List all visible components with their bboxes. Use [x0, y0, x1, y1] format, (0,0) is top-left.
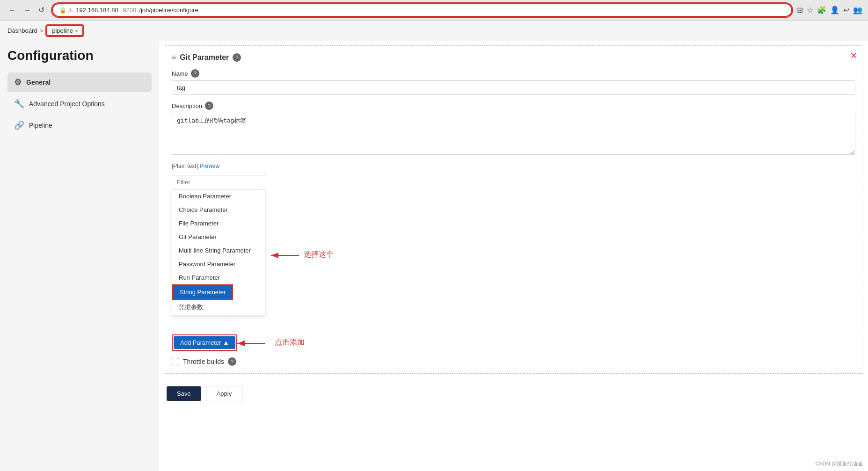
drag-handle-icon[interactable]: ≡	[172, 53, 176, 62]
description-label: Description ?	[172, 101, 855, 110]
breadcrumb: Dashboard > pipeline >	[0, 21, 868, 41]
throttle-builds-checkbox[interactable]	[172, 358, 179, 365]
main-layout: Configuration ⚙ General 🔧 Advanced Proje…	[0, 41, 868, 471]
sidebar-item-general-label: General	[26, 79, 51, 86]
save-button[interactable]: Save	[167, 386, 201, 401]
nav-buttons: ← → ↺	[6, 5, 47, 15]
description-textarea[interactable]: gitlab上的代码tag标签	[172, 113, 855, 155]
preview-bar: [Plain text] Preview	[172, 163, 855, 169]
dropdown-multiline[interactable]: Multi-line String Parameter	[172, 244, 265, 257]
preview-link[interactable]: Preview	[199, 163, 219, 169]
arrow-select-svg	[266, 246, 304, 265]
url-path: /job/pipeline/configure	[139, 7, 198, 14]
dropdown-list: Boolean Parameter Choice Parameter File …	[172, 189, 265, 315]
forward-button[interactable]: →	[21, 5, 34, 15]
description-help-icon[interactable]: ?	[205, 101, 213, 110]
arrow-add-svg	[233, 334, 270, 353]
name-label-text: Name	[172, 70, 188, 77]
throttle-builds-label: Throttle builds	[183, 358, 224, 365]
dropdown-string-wrapper: String Parameter	[172, 284, 233, 300]
wrench-icon: 🔧	[14, 99, 24, 109]
bottom-bar: Save Apply	[159, 378, 868, 409]
breadcrumb-chevron: >	[75, 28, 78, 34]
star-icon[interactable]: ☆	[807, 6, 813, 14]
breadcrumb-dashboard[interactable]: Dashboard	[7, 27, 37, 34]
parameter-type-dropdown: Boolean Parameter Choice Parameter File …	[172, 175, 266, 189]
extensions-icon: ⊞	[797, 6, 803, 14]
close-panel-button[interactable]: ✕	[850, 51, 857, 60]
breadcrumb-pipeline-label: pipeline	[52, 27, 73, 34]
more-icon: 👥	[853, 6, 862, 14]
profile-icon: 👤	[830, 6, 839, 14]
breadcrumb-separator1: >	[40, 27, 44, 34]
browser-chrome: ← → ↺ 🔒 ⚠ 192.168.184.80:9200/job/pipeli…	[0, 0, 868, 21]
dropdown-file[interactable]: File Parameter	[172, 217, 265, 230]
sidebar-item-pipeline[interactable]: 🔗 Pipeline	[7, 116, 152, 135]
panel-title: Git Parameter	[180, 53, 229, 62]
sidebar-item-advanced-label: Advanced Project Options	[29, 100, 105, 108]
annotation-add-text: 点击添加	[275, 338, 305, 348]
dropdown-credentials[interactable]: 凭据参数	[172, 300, 265, 315]
url-host: 192.168.184.80	[76, 7, 118, 14]
dropdown-password[interactable]: Password Parameter	[172, 257, 265, 271]
filter-wrapper	[172, 175, 266, 189]
add-parameter-section: Add Parameter ▲ 点击添加	[172, 334, 855, 351]
url-port: :9200	[121, 7, 137, 14]
dropdown-boolean[interactable]: Boolean Parameter	[172, 189, 265, 203]
add-parameter-button[interactable]: Add Parameter ▲	[174, 336, 235, 349]
name-label: Name ?	[172, 69, 855, 78]
watermark: CSDN @摸鱼打油油	[816, 460, 862, 467]
add-parameter-label: Add Parameter	[180, 339, 221, 346]
filter-input[interactable]	[172, 175, 266, 189]
plain-text-label: [Plain text]	[172, 163, 198, 169]
annotation-select-text: 选择这个	[304, 250, 334, 258]
git-parameter-panel: ≡ Git Parameter ? ✕ Name ? Description ?	[164, 45, 863, 374]
undo-icon: ↩	[843, 6, 849, 14]
extensions2-icon: 🧩	[817, 6, 826, 14]
config-title: Configuration	[7, 48, 152, 63]
add-parameter-icon: ▲	[223, 339, 229, 346]
content-area: ≡ Git Parameter ? ✕ Name ? Description ?	[159, 41, 868, 471]
refresh-button[interactable]: ↺	[36, 5, 47, 15]
name-input[interactable]	[172, 80, 855, 95]
browser-actions: ⊞ ☆ 🧩 👤 ↩ 👥	[797, 6, 862, 14]
throttle-builds-row: Throttle builds ?	[172, 357, 855, 366]
security-icon: 🔒 ⚠	[59, 7, 73, 14]
gear-icon: ⚙	[14, 77, 22, 87]
name-help-icon[interactable]: ?	[191, 69, 199, 78]
throttle-help-icon[interactable]: ?	[228, 357, 236, 366]
sidebar-item-advanced[interactable]: 🔧 Advanced Project Options	[7, 94, 152, 114]
pipeline-icon: 🔗	[14, 120, 24, 130]
dropdown-string[interactable]: String Parameter	[173, 285, 232, 299]
description-field-group: Description ? gitlab上的代码tag标签	[172, 101, 855, 156]
dropdown-choice[interactable]: Choice Parameter	[172, 203, 265, 217]
address-bar[interactable]: 🔒 ⚠ 192.168.184.80:9200/job/pipeline/con…	[52, 3, 792, 17]
description-label-text: Description	[172, 102, 202, 109]
back-button[interactable]: ←	[6, 5, 19, 15]
apply-button[interactable]: Apply	[206, 386, 243, 401]
breadcrumb-pipeline[interactable]: pipeline >	[46, 25, 83, 36]
sidebar-item-pipeline-label: Pipeline	[29, 122, 52, 129]
annotation-select-area: 选择这个	[304, 250, 334, 260]
name-field-group: Name ?	[172, 69, 855, 95]
add-parameter-button-wrapper: Add Parameter ▲	[172, 334, 237, 351]
panel-header: ≡ Git Parameter ?	[172, 53, 855, 62]
dropdown-git[interactable]: Git Parameter	[172, 230, 265, 244]
panel-help-icon[interactable]: ?	[233, 53, 241, 62]
annotation-add-area: 点击添加	[247, 338, 305, 348]
sidebar: Configuration ⚙ General 🔧 Advanced Proje…	[0, 41, 159, 471]
sidebar-item-general[interactable]: ⚙ General	[7, 72, 152, 92]
dropdown-run[interactable]: Run Parameter	[172, 271, 265, 284]
